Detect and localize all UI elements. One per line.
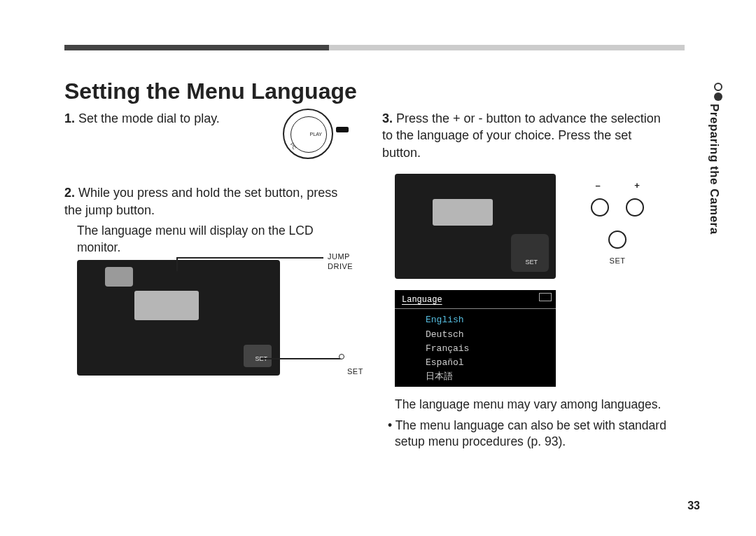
lcd-item-0: English xyxy=(426,313,556,327)
button-diagram: – + SET xyxy=(589,184,646,266)
step-2-num: 2. xyxy=(64,186,75,200)
minus-button-icon xyxy=(591,198,609,217)
side-tab-dots xyxy=(714,83,722,101)
step-3: 3. Press the + or - button to advance th… xyxy=(382,110,669,161)
camera-illustration-2: SET xyxy=(395,174,556,279)
minus-label: – xyxy=(589,179,607,192)
page-title: Setting the Menu Language xyxy=(64,78,700,104)
col-right: 3. Press the + or - button to advance th… xyxy=(382,110,669,451)
lcd-item-1: Deutsch xyxy=(426,328,556,342)
label-jump: JUMP xyxy=(328,252,350,262)
lcd-item-4: 日本語 xyxy=(426,370,556,384)
dial-label-play: PLAY xyxy=(310,131,322,137)
dot-open-icon xyxy=(714,83,722,91)
rule-light xyxy=(329,45,685,50)
lcd-item-3: Español xyxy=(426,356,556,370)
bullet-note: • The menu language can also be set with… xyxy=(388,418,669,451)
lcd-item-2: Français xyxy=(426,342,556,356)
camera-illustration-1: SET xyxy=(77,260,280,376)
step-3-text: Press the + or - button to advance the s… xyxy=(382,111,661,160)
plus-button-icon xyxy=(626,198,644,217)
step-2-text: While you press and hold the set button,… xyxy=(64,186,337,217)
step-3-num: 3. xyxy=(382,111,393,125)
set-label: SET xyxy=(610,256,626,266)
lcd-language-list: English Deutsch Français Español 日本語 xyxy=(395,313,556,384)
step-1-num: 1. xyxy=(64,111,75,125)
lcd-language-menu: Language English Deutsch Français Españo… xyxy=(395,290,556,387)
section-tab: Preparing the Camera xyxy=(707,104,721,235)
step-2: 2. While you press and hold the set butt… xyxy=(64,184,351,219)
label-set-lower: SET xyxy=(347,366,363,377)
set-button-icon xyxy=(608,231,626,249)
dial-ring: PLAY PC xyxy=(283,109,333,159)
rule-dark xyxy=(64,45,329,50)
lcd-title: Language xyxy=(395,294,556,305)
caption-after-lcd: The language menu may vary among languag… xyxy=(395,397,669,413)
page-number: 33 xyxy=(687,500,700,512)
illustration-1-wrap: SET JUMP DRIVE SET xyxy=(64,260,351,376)
dot-filled-icon xyxy=(714,92,722,101)
step-1-text: Set the mode dial to play. xyxy=(78,111,220,125)
dial-pointer xyxy=(336,127,349,132)
plus-label: + xyxy=(628,179,646,192)
label-drive: DRIVE xyxy=(328,261,353,272)
illustration-3-wrap: SET – + SET xyxy=(382,164,669,283)
col-left: 1. Set the mode dial to play. PLAY PC 2.… xyxy=(64,110,351,451)
mode-dial-illustration: PLAY PC xyxy=(283,109,337,163)
step-2-caption: The language menu will display on the LC… xyxy=(77,223,351,256)
lcd-corner-icon xyxy=(539,293,552,301)
